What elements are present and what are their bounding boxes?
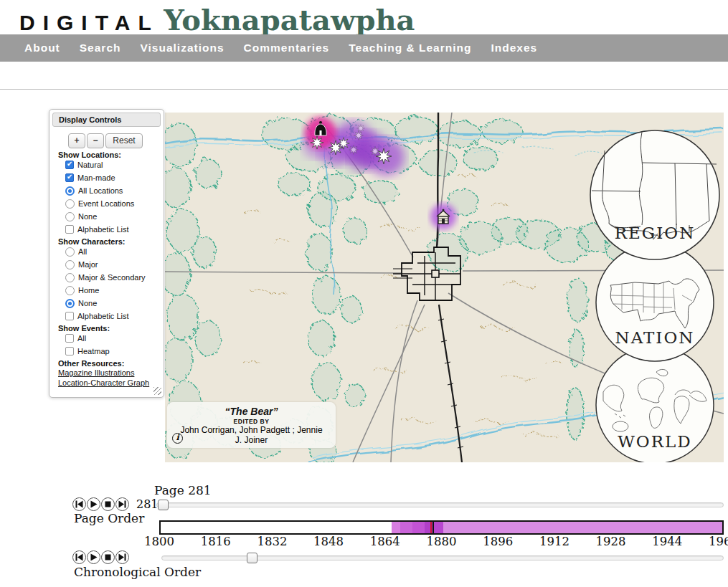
site-logo: DIGITAL Yoknapatawpha xyxy=(19,3,415,37)
nav-commentaries[interactable]: Commentaries xyxy=(244,42,330,54)
star-marker[interactable] xyxy=(349,145,359,155)
timeline-tick-label: 1944 xyxy=(652,535,682,548)
radio-characters-none[interactable] xyxy=(65,299,75,308)
panel-title[interactable]: Display Controls xyxy=(52,113,161,127)
checkbox-locations-alphabetic[interactable] xyxy=(65,225,74,234)
checkbox-man-made[interactable] xyxy=(65,173,74,182)
timeline-tick-label: 1816 xyxy=(201,535,231,548)
zoom-in-button[interactable]: + xyxy=(68,133,85,148)
radio-all-locations[interactable] xyxy=(65,186,75,196)
editors: John Corrigan, John Padgett ; Jennie J. … xyxy=(167,426,336,446)
play-button[interactable] xyxy=(87,497,100,511)
star-marker[interactable] xyxy=(311,136,323,149)
label-characters-alphabetic: Alphabetic List xyxy=(77,312,129,320)
reset-button[interactable]: Reset xyxy=(105,133,143,148)
radio-characters-home[interactable] xyxy=(65,286,75,295)
inset-world[interactable]: WORLD xyxy=(596,346,714,462)
page-slider[interactable] xyxy=(156,502,724,507)
inset-nation-label: NATION xyxy=(615,328,695,347)
timeline-bar[interactable] xyxy=(159,520,724,535)
checkbox-events-heatmap[interactable] xyxy=(65,347,74,355)
star-marker[interactable] xyxy=(354,131,364,140)
label-events-all: All xyxy=(77,334,86,343)
label-locations-alphabetic: Alphabetic List xyxy=(77,225,129,234)
page-slider-value: 281 xyxy=(136,497,159,511)
skip-to-start-button[interactable] xyxy=(72,550,86,564)
label-characters-major-secondary: Major & Secondary xyxy=(78,273,146,282)
label-event-locations: Event Locations xyxy=(78,199,134,208)
page-indicator: Page 281 xyxy=(154,483,212,497)
stop-button[interactable] xyxy=(101,550,115,564)
timeline-segment xyxy=(443,522,722,533)
stop-button[interactable] xyxy=(101,497,115,511)
label-characters-none: None xyxy=(78,299,97,307)
timeline-tick-label: 1832 xyxy=(257,535,287,548)
page-order-player xyxy=(72,497,129,511)
nav-visualizations[interactable]: Visualizations xyxy=(140,42,224,54)
timeline-tick-label: 1800 xyxy=(144,535,174,548)
nav-search[interactable]: Search xyxy=(80,42,121,54)
page-slider-handle[interactable] xyxy=(158,500,169,510)
play-button[interactable] xyxy=(87,550,100,564)
other-resources-heading: Other Resources: xyxy=(58,359,164,368)
timeline-segment xyxy=(392,522,401,533)
main-nav: About Search Visualizations Commentaries… xyxy=(0,34,728,62)
timeline-tick-label: 1912 xyxy=(539,535,569,548)
checkbox-characters-alphabetic[interactable] xyxy=(65,312,74,320)
zoom-out-button[interactable]: − xyxy=(87,133,104,148)
inset-world-label: WORLD xyxy=(618,432,692,451)
timeline-axis: 1800181618321848186418801896191219281944… xyxy=(159,535,724,550)
timeline-current-marker xyxy=(432,522,434,533)
star-marker[interactable] xyxy=(338,138,349,149)
display-controls-panel: Display Controls + − Reset Show Location… xyxy=(49,109,164,398)
chronological-slider-handle[interactable] xyxy=(247,553,257,563)
label-locations-none: None xyxy=(78,212,97,221)
header-divider xyxy=(0,89,728,90)
radio-characters-all[interactable] xyxy=(65,247,75,257)
timeline-segment xyxy=(425,522,430,533)
radio-characters-major[interactable] xyxy=(65,260,75,269)
label-events-heatmap: Heatmap xyxy=(77,347,110,355)
radio-event-locations[interactable] xyxy=(65,199,75,209)
label-all-locations: All Locations xyxy=(78,186,123,195)
inset-nation[interactable]: NATION xyxy=(596,244,714,361)
star-marker[interactable] xyxy=(371,147,380,156)
text-attribution-box: “The Bear” EDITED BY John Corrigan, John… xyxy=(167,402,336,448)
timeline-segment xyxy=(412,522,425,533)
magazine-illustrations-link[interactable]: Magazine Illustrations xyxy=(58,368,164,377)
panel-resize-handle[interactable] xyxy=(153,387,161,395)
label-characters-home: Home xyxy=(78,286,99,295)
label-characters-all: All xyxy=(78,247,87,256)
logo-digital: DIGITAL xyxy=(19,11,159,34)
digital-yoknapatawpha-page: DIGITAL Yoknapatawpha About Search Visua… xyxy=(0,0,728,587)
timeline-tick-label: 1960 xyxy=(709,535,728,548)
checkbox-events-all[interactable] xyxy=(65,334,74,343)
location-character-graph-link[interactable]: Location-Character Graph xyxy=(58,378,164,387)
edited-by-label: EDITED BY xyxy=(167,418,336,425)
inset-region[interactable]: REGION xyxy=(590,130,719,259)
skip-to-end-button[interactable] xyxy=(115,497,129,511)
show-characters-heading: Show Characters: xyxy=(58,237,164,246)
show-events-heading: Show Events: xyxy=(58,324,164,333)
star-marker[interactable] xyxy=(357,125,365,133)
label-man-made: Man-made xyxy=(77,173,115,182)
label-characters-major: Major xyxy=(78,260,98,269)
page-order-label: Page Order xyxy=(74,511,144,525)
info-icon[interactable]: i xyxy=(172,433,183,444)
chronological-player xyxy=(72,550,129,564)
nav-teaching-learning[interactable]: Teaching & Learning xyxy=(349,42,471,54)
nav-indexes[interactable]: Indexes xyxy=(491,42,537,54)
timeline-current-marker xyxy=(430,522,432,533)
radio-characters-major-secondary[interactable] xyxy=(65,273,75,282)
inset-region-label: REGION xyxy=(615,224,696,242)
nav-about[interactable]: About xyxy=(24,42,60,54)
text-title: “The Bear” xyxy=(167,406,336,417)
skip-to-start-button[interactable] xyxy=(72,497,86,511)
radio-locations-none[interactable] xyxy=(65,212,75,221)
timeline-tick-label: 1848 xyxy=(313,535,344,548)
show-locations-heading: Show Locations: xyxy=(58,151,164,159)
checkbox-natural[interactable] xyxy=(65,161,74,169)
timeline-tick-label: 1880 xyxy=(427,535,457,548)
skip-to-end-button[interactable] xyxy=(115,550,129,564)
chronological-slider[interactable] xyxy=(161,555,724,560)
